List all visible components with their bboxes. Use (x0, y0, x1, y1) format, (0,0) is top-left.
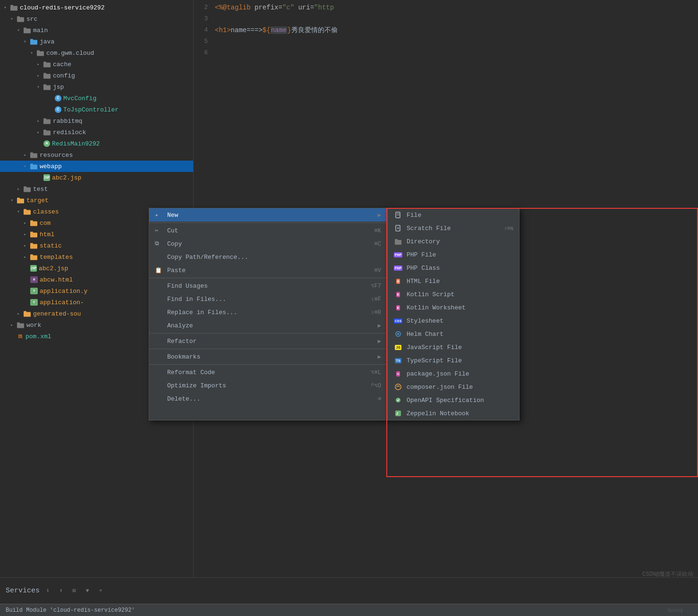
submenu-jsfile[interactable]: JS JavaScript File (388, 341, 519, 354)
menu-item-analyze[interactable]: Analyze ▶ (149, 319, 387, 332)
submenu-phpfile[interactable]: PHP PHP File (388, 248, 519, 261)
tree-templates-label: templates (40, 254, 73, 261)
menu-item-delete[interactable]: Delete... ⌫ (149, 392, 387, 405)
si-jsfile-icon: JS (393, 343, 403, 351)
icon-appyml: Y (30, 288, 38, 294)
tree-abc2jsp[interactable]: JSP abc2.jsp (0, 172, 193, 183)
svg-rect-31 (30, 221, 33, 222)
submenu-composer-label: composer.json File (407, 384, 513, 391)
tree-redismain[interactable]: M RedisMain9292 (0, 138, 193, 149)
sep1 (149, 278, 387, 278)
tree-jsp-folder[interactable]: jsp (0, 81, 193, 93)
tree-static-label: static (40, 242, 62, 249)
menu-item-findusages[interactable]: Find Usages ⌥F7 (149, 279, 387, 292)
submenu-file[interactable]: File (388, 208, 519, 222)
menu-item-findinfiles[interactable]: Find in Files... ⇧⌘F (149, 292, 387, 306)
tree-rabbitmq[interactable]: rabbitmq (0, 115, 193, 127)
tree-redislock[interactable]: redislock (0, 127, 193, 138)
tree-test-label: test (33, 186, 48, 193)
icon-redismain: M (43, 140, 50, 147)
tree-java[interactable]: java (0, 36, 193, 47)
tree-com[interactable]: com.gwm.cloud (0, 47, 193, 59)
submenu-composer[interactable]: composer.json File (388, 380, 519, 394)
arrow-jsp (37, 84, 43, 90)
menu-item-cut[interactable]: ✂ Cut ⌘K (149, 224, 387, 237)
tree-mvcconfig[interactable]: C MvcConfig (0, 93, 193, 104)
line-num-6: 6 (194, 47, 215, 59)
submenu-directory-label: Directory (407, 238, 513, 245)
bottom-bar: Services ⬇ ⬆ ⊞ ▼ + (0, 577, 698, 604)
submenu-openapi[interactable]: OpenAPI Specification (388, 394, 519, 407)
tree-root[interactable]: cloud-redis-service9292 (0, 2, 193, 13)
submenu-pkgjson[interactable]: ∞ package.json File (388, 367, 519, 380)
menu-cut-label: Cut (167, 227, 365, 234)
tree-webapp[interactable]: webapp (0, 161, 193, 172)
tree-target[interactable]: target (0, 195, 193, 206)
folder-icon-redislock (43, 129, 51, 136)
tree-config[interactable]: config (0, 70, 193, 81)
submenu-phpclass[interactable]: PHP PHP Class (388, 261, 519, 274)
code-line-4: 4 <h1>name===>${name}秀良爱情的不偷 (194, 25, 698, 36)
submenu-kotlin-script[interactable]: K Kotlin Script (388, 288, 519, 301)
submenu-htmlfile[interactable]: H HTML File (388, 274, 519, 288)
bottom-icon-5[interactable]: + (96, 587, 105, 595)
folder-icon-templates (30, 254, 38, 260)
menu-item-copy[interactable]: ⧉ Copy ⌘C (149, 237, 387, 250)
submenu-kotlin-worksheet[interactable]: K Kotlin Worksheet (388, 301, 519, 314)
submenu-helm[interactable]: Helm Chart (388, 327, 519, 341)
tree-test[interactable]: test (0, 183, 193, 195)
menu-item-optimize[interactable]: Optimize Imports ^⌥O (149, 379, 387, 392)
menu-item-refactor[interactable]: Refactor ▶ (149, 334, 387, 348)
bottom-icon-3[interactable]: ⊞ (70, 587, 78, 595)
folder-icon-static (30, 242, 38, 249)
menu-refactor-arrow: ▶ (378, 338, 381, 345)
tree-com2-label: com (40, 220, 51, 227)
tree-src[interactable]: src (0, 13, 193, 25)
svg-rect-11 (43, 62, 46, 64)
tree-cache[interactable]: cache (0, 59, 193, 70)
menu-item-reformat[interactable]: Reformat Code ⌥⌘L (149, 366, 387, 379)
tree-mvcconfig-label: MvcConfig (63, 95, 96, 102)
submenu-stylesheet[interactable]: CSS Stylesheet (388, 314, 519, 327)
submenu-scratch[interactable]: Scratch File ⇧⌘N (388, 222, 519, 235)
menu-item-replace[interactable]: Replace in Files... ⇧⌘R (149, 306, 387, 319)
cut-icon: ✂ (155, 227, 164, 234)
menu-reformat-label: Reformat Code (167, 369, 361, 376)
tree-work-label: work (26, 322, 41, 329)
submenu-directory[interactable]: Directory (388, 235, 519, 248)
bottom-icon-1[interactable]: ⬇ (43, 587, 52, 595)
bottom-icon-2[interactable]: ⬆ (57, 587, 65, 595)
submenu-openapi-label: OpenAPI Specification (407, 397, 513, 404)
tree-abcwhtml-label: abcw.html (40, 276, 73, 283)
menu-item-paste[interactable]: 📋 Paste ⌘V (149, 264, 387, 277)
menu-findusages-label: Find Usages (167, 282, 361, 290)
si-pkgjson-icon: ∞ (393, 370, 403, 377)
folder-icon-jsp (43, 84, 51, 90)
tree-abc2jsp2-label: abc2.jsp (39, 265, 68, 272)
submenu-zeppelin[interactable]: Z Zeppelin Notebook (388, 407, 519, 420)
folder-icon-src (17, 16, 25, 22)
arrow-root (4, 5, 10, 10)
svg-rect-27 (17, 198, 20, 200)
tree-resources[interactable]: resources (0, 149, 193, 161)
svg-rect-23 (30, 164, 33, 166)
tree-redismain-label: RedisMain9292 (52, 140, 100, 147)
menu-item-bookmarks[interactable]: Bookmarks ▶ (149, 350, 387, 363)
tree-redislock-label: redislock (53, 129, 86, 136)
tree-main[interactable]: main (0, 25, 193, 36)
submenu-kotlin-script-label: Kotlin Script (407, 291, 513, 298)
submenu: File Scratch File ⇧⌘N Directory PHP PHP … (387, 208, 519, 420)
arrow-com2 (24, 220, 30, 226)
bottom-icon-4[interactable]: ▼ (83, 587, 92, 595)
menu-item-new[interactable]: ✦ New ▶ (149, 208, 387, 222)
arrow-java (24, 39, 30, 44)
svg-rect-3 (17, 17, 20, 18)
folder-icon-root (10, 4, 18, 11)
submenu-phpclass-label: PHP Class (407, 265, 513, 272)
svg-rect-17 (43, 119, 46, 120)
submenu-tsfile[interactable]: TS TypeScript File (388, 354, 519, 367)
menu-item-copypath[interactable]: Copy Path/Reference... (149, 250, 387, 264)
tree-tojsp[interactable]: C ToJspController (0, 104, 193, 115)
sep2 (149, 333, 387, 334)
tree-appyml-label: application.y (40, 288, 87, 295)
